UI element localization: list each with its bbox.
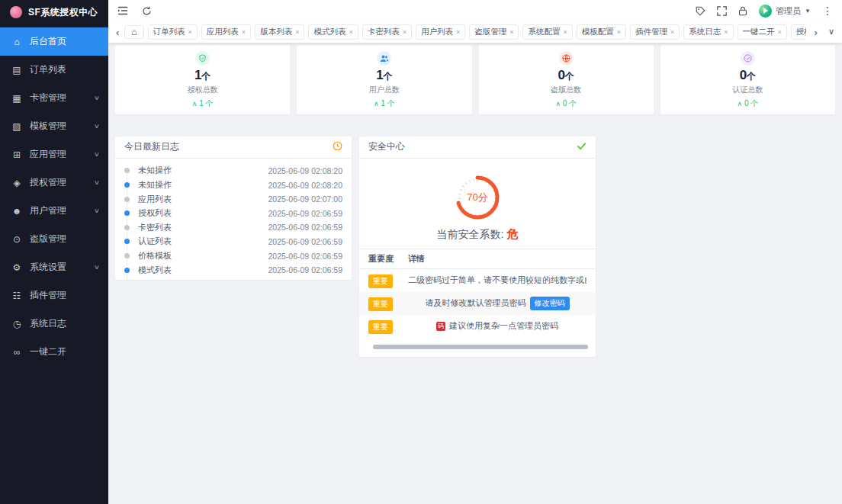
sidebar-item-orders[interactable]: ▤ 订单列表 ∨ [0, 56, 108, 84]
log-item: 模式列表 2025-06-09 02:06:59 [124, 263, 342, 278]
fullscreen-icon[interactable] [717, 6, 727, 16]
tab-close-icon[interactable]: × [670, 29, 674, 36]
refresh-icon[interactable] [142, 6, 152, 16]
tab-close-icon[interactable]: × [724, 29, 728, 36]
tab-item[interactable]: 一键二开 × [738, 24, 787, 40]
tab-item[interactable]: 模式列表 × [308, 24, 358, 40]
log-item: 卡密列表 2025-06-09 02:06:59 [124, 220, 342, 235]
stat-label: 盗版总数 [479, 85, 654, 95]
app-logo-row[interactable]: SF系统授权中心 [0, 0, 108, 24]
security-issue-row: 重要 请及时修改默认管理员密码修改密码 [359, 292, 596, 315]
chevron-down-icon: ∨ [94, 179, 100, 186]
tab-item[interactable]: 卡密列表 × [362, 24, 412, 40]
tab-close-icon[interactable]: × [456, 29, 460, 36]
sidebar-item-authorization[interactable]: ◈ 授权管理 ∨ [0, 169, 108, 197]
chevron-down-icon: ∨ [94, 123, 100, 130]
tabs-list: 订单列表 × 应用列表 × 版本列表 × 模式列表 × 卡密列表 × 用户列表 … [148, 24, 806, 40]
user-menu[interactable]: 管理员 ▼ [759, 5, 811, 18]
tab-close-icon[interactable]: × [509, 29, 513, 36]
log-item: 价格模板 2025-06-09 02:06:59 [124, 249, 342, 263]
app-title: SF系统授权中心 [28, 6, 98, 19]
trend-up-icon: ∧ [738, 100, 743, 108]
importance-badge: 重要 [368, 274, 393, 288]
change-password-button[interactable]: 修改密码 [530, 297, 570, 310]
globe-icon [559, 51, 574, 66]
shield-check-icon [195, 51, 210, 66]
tab-item[interactable]: 应用列表 × [201, 24, 251, 40]
tab-bar: ‹ ⌂ 订单列表 × 应用列表 × 版本列表 × 模式列表 × 卡密列表 × 用… [108, 21, 842, 43]
tab-item[interactable]: 系统配置 × [522, 24, 572, 40]
stat-card-authorizations: 1个 授权总数 ∧ 1 个 [115, 45, 290, 114]
home-tab[interactable]: ⌂ [124, 25, 143, 39]
tab-close-icon[interactable]: × [349, 29, 352, 36]
main-area: 管理员 ▼ ⋮ ‹ ⌂ 订单列表 × 应用列表 × 版本列表 × 模式列表 × … [108, 0, 842, 504]
tab-item[interactable]: 系统日志 × [683, 24, 733, 40]
security-center-panel: 安全中心 70分 当前安全系数: 危 [359, 136, 596, 357]
apps-icon: ⊞ [11, 149, 22, 160]
log-item: 授权列表 2025-06-09 02:06:59 [124, 206, 342, 220]
tab-close-icon[interactable]: × [188, 29, 192, 36]
tab-item[interactable]: 版本列表 × [255, 24, 304, 40]
tab-item[interactable]: 订单列表 × [148, 24, 198, 40]
tabs-scroll-right-icon[interactable]: › [813, 27, 819, 38]
log-dot-icon [124, 268, 130, 273]
sidebar-item-home[interactable]: ⌂ 后台首页 ∨ [0, 27, 108, 56]
sidebar-item-system-settings[interactable]: ⚙ 系统设置 ∨ [0, 253, 108, 281]
horizontal-scrollbar[interactable] [373, 345, 588, 349]
system-logs-icon: ◷ [11, 319, 22, 329]
more-options-icon[interactable]: ⋮ [822, 5, 833, 16]
tab-item[interactable]: 用户列表 × [416, 24, 465, 40]
trend-up-icon: ∧ [192, 100, 198, 108]
log-dot-icon [124, 197, 130, 202]
security-status: 当前安全系数: 危 [359, 227, 596, 242]
tab-item[interactable]: 插件管理 × [630, 24, 680, 40]
collapse-sidebar-icon[interactable] [117, 6, 128, 15]
log-item: 认证列表 2025-06-09 02:06:59 [124, 235, 342, 249]
tab-close-icon[interactable]: × [563, 29, 567, 36]
app-logo-icon [10, 6, 22, 18]
log-dot-icon [124, 210, 130, 216]
log-item: 未知操作 2025-06-09 02:08:20 [124, 164, 342, 178]
sidebar-item-apps[interactable]: ⊞ 应用管理 ∨ [0, 140, 108, 169]
stat-label: 认证总数 [660, 85, 835, 95]
sidebar-item-templates[interactable]: ▧ 模板管理 ∨ [0, 112, 108, 140]
tag-icon[interactable] [696, 6, 705, 16]
tab-close-icon[interactable]: × [778, 29, 782, 36]
log-dot-icon [124, 239, 130, 244]
stat-card-piracy: 0个 盗版总数 ∧ 0 个 [479, 45, 654, 114]
logs-list: 未知操作 2025-06-09 02:08:20 未知操作 2025-06-09… [115, 159, 352, 281]
user-name: 管理员 [776, 5, 801, 17]
security-table: 重要 二级密码过于简单，请不要使用较短的纯数字或自己的QQ号当做密 重要 请及时… [359, 269, 596, 338]
sidebar-item-one-key-rework[interactable]: ∞ 一键二开 ∨ [0, 338, 108, 366]
sidebar-item-users[interactable]: ☻ 用户管理 ∨ [0, 197, 108, 225]
sidebar-item-card-keys[interactable]: ▦ 卡密管理 ∨ [0, 84, 108, 112]
chevron-down-icon: ∨ [94, 151, 100, 158]
one-key-rework-icon: ∞ [11, 347, 22, 358]
tab-close-icon[interactable]: × [242, 29, 246, 36]
sidebar-item-plugins[interactable]: ☷ 插件管理 ∨ [0, 281, 108, 310]
tabs-scroll-left-icon[interactable]: ‹ [114, 27, 121, 38]
sidebar-item-piracy[interactable]: ⊙ 盗版管理 ∨ [0, 225, 108, 253]
tab-close-icon[interactable]: × [295, 29, 299, 36]
plugins-icon: ☷ [11, 291, 22, 301]
tab-close-icon[interactable]: × [403, 29, 407, 36]
sidebar: SF系统授权中心 ⌂ 后台首页 ∨ ▤ 订单列表 ∨ ▦ 卡密管理 ∨ ▧ 模板… [0, 0, 108, 504]
lock-icon[interactable] [738, 6, 747, 16]
avatar [759, 5, 772, 18]
topbar: 管理员 ▼ ⋮ [108, 0, 842, 21]
tab-item[interactable]: 授权列表 × [791, 24, 806, 40]
today-logs-panel: 今日最新日志 未知操作 2025-06-09 02:08:20 未知操作 202… [115, 136, 352, 281]
tab-close-icon[interactable]: × [617, 29, 621, 36]
tab-item[interactable]: 盗版管理 × [469, 24, 519, 40]
sidebar-item-system-logs[interactable]: ◷ 系统日志 ∨ [0, 310, 108, 338]
tab-item[interactable]: 模板配置 × [577, 24, 626, 40]
stat-label: 用户总数 [297, 85, 471, 95]
orders-icon: ▤ [11, 65, 22, 75]
chevron-down-icon: ∨ [94, 264, 100, 271]
stat-trend: ∧ 0 个 [660, 98, 835, 109]
log-item: 未知操作 2025-06-09 02:08:20 [124, 178, 342, 192]
tabs-menu-icon[interactable]: ∨ [827, 27, 836, 38]
logs-panel-title: 今日最新日志 [124, 140, 179, 153]
card-keys-icon: ▦ [11, 93, 22, 104]
stat-cards-row: 1个 授权总数 ∧ 1 个 1个 用户总数 ∧ 1 个 0个 盗版总数 ∧ 0 … [115, 45, 835, 114]
